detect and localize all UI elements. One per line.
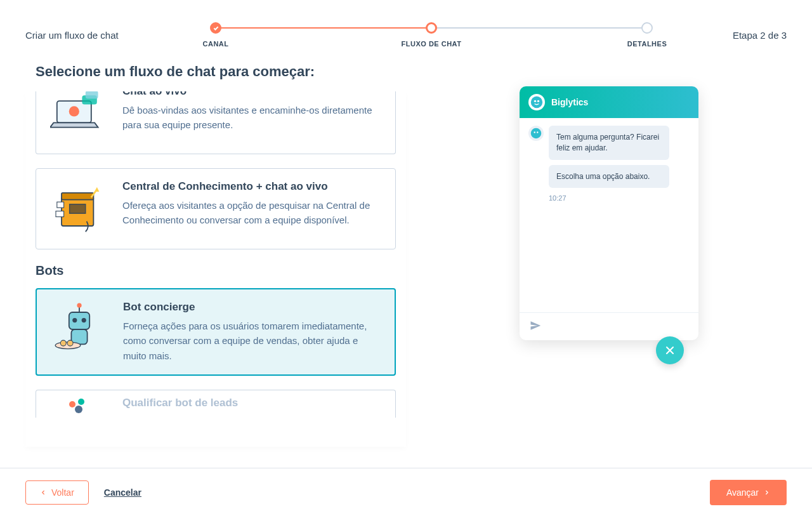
chat-brand-name: Biglytics (551, 97, 588, 107)
svg-point-1 (69, 106, 79, 116)
svg-rect-8 (56, 211, 64, 217)
option-title: Central de Conhecimento + chat ao vivo (122, 180, 381, 193)
svg-point-12 (82, 318, 86, 322)
svg-rect-6 (70, 204, 86, 213)
laptop-chat-icon (50, 91, 107, 142)
option-desc: Dê boas-vindas aos visitantes e encaminh… (122, 103, 381, 133)
step-connector (216, 27, 431, 29)
option-live-chat[interactable]: Chat ao vivo Dê boas-vindas aos visitant… (36, 91, 396, 154)
svg-point-25 (531, 128, 542, 139)
knowledge-base-icon (50, 180, 107, 237)
step-circle-done (210, 22, 221, 34)
options-scroll-area[interactable]: Chat ao vivo Dê boas-vindas aos visitant… (25, 91, 406, 447)
svg-point-17 (60, 340, 66, 346)
step-connector (431, 27, 647, 29)
svg-point-20 (78, 399, 84, 405)
svg-point-27 (537, 131, 538, 133)
svg-point-11 (72, 318, 77, 322)
svg-point-19 (69, 401, 75, 407)
option-title: Chat ao vivo (122, 91, 381, 98)
option-title: Bot concierge (123, 301, 381, 314)
step-indicator: Etapa 2 de 3 (685, 30, 787, 41)
next-button-label: Avançar (726, 487, 759, 498)
scroll-fade (25, 421, 406, 447)
send-icon[interactable] (530, 320, 541, 334)
chat-brand-avatar (528, 94, 545, 110)
wizard-title: Criar um fluxo de chat (25, 30, 178, 41)
option-desc: Forneça ações para os usuários tomarem i… (123, 319, 381, 363)
wizard-footer: Voltar Cancelar Avançar (0, 468, 812, 516)
cancel-button-label: Cancelar (104, 487, 141, 498)
svg-point-26 (534, 131, 535, 133)
chevron-left-icon (40, 487, 46, 498)
chat-preview-widget: Biglytics Tem alguma pergunta? Ficarei f… (520, 86, 698, 340)
svg-rect-10 (69, 312, 89, 329)
cancel-button[interactable]: Cancelar (104, 487, 141, 498)
svg-point-14 (77, 303, 81, 308)
chat-bot-avatar (528, 126, 544, 141)
svg-point-23 (534, 100, 536, 102)
robot-icon (51, 301, 108, 358)
back-button[interactable]: Voltar (25, 480, 89, 505)
chat-body: Tem alguma pergunta? Ficarei feliz em aj… (520, 118, 698, 312)
option-kb-live-chat[interactable]: Central de Conhecimento + chat ao vivo O… (36, 168, 396, 249)
option-qualify-leads[interactable]: Qualificar bot de leads (36, 390, 396, 418)
svg-point-21 (75, 406, 82, 413)
svg-rect-3 (86, 91, 98, 99)
svg-point-24 (537, 100, 539, 102)
leads-icon (50, 397, 107, 416)
wizard-header: Criar um fluxo de chat CANAL FLUXO DE CH… (0, 0, 812, 63)
chat-header: Biglytics (520, 86, 698, 118)
option-bot-concierge[interactable]: Bot concierge Forneça ações para os usuá… (36, 288, 396, 376)
svg-point-18 (67, 340, 73, 346)
chat-message: Escolha uma opção abaixo. (549, 165, 669, 189)
svg-rect-7 (57, 202, 64, 208)
page-title: Selecione um fluxo de chat para começar: (25, 63, 406, 80)
next-button[interactable]: Avançar (710, 480, 787, 505)
step-circle-current (426, 22, 437, 34)
step-circle-upcoming (641, 22, 653, 34)
chat-message: Tem alguma pergunta? Ficarei feliz em aj… (549, 126, 669, 160)
option-title: Qualificar bot de leads (122, 397, 381, 409)
option-desc: Ofereça aos visitantes a opção de pesqui… (122, 198, 381, 228)
wizard-stepper: CANAL FLUXO DE CHAT DETALHES (178, 22, 685, 48)
section-bots-heading: Bots (36, 263, 396, 278)
chat-timestamp: 10:27 (549, 194, 669, 202)
back-button-label: Voltar (51, 487, 74, 498)
svg-point-22 (531, 96, 542, 108)
svg-rect-5 (62, 193, 93, 200)
chat-close-button[interactable] (656, 336, 684, 364)
svg-marker-9 (95, 187, 99, 192)
chevron-right-icon (764, 487, 770, 498)
